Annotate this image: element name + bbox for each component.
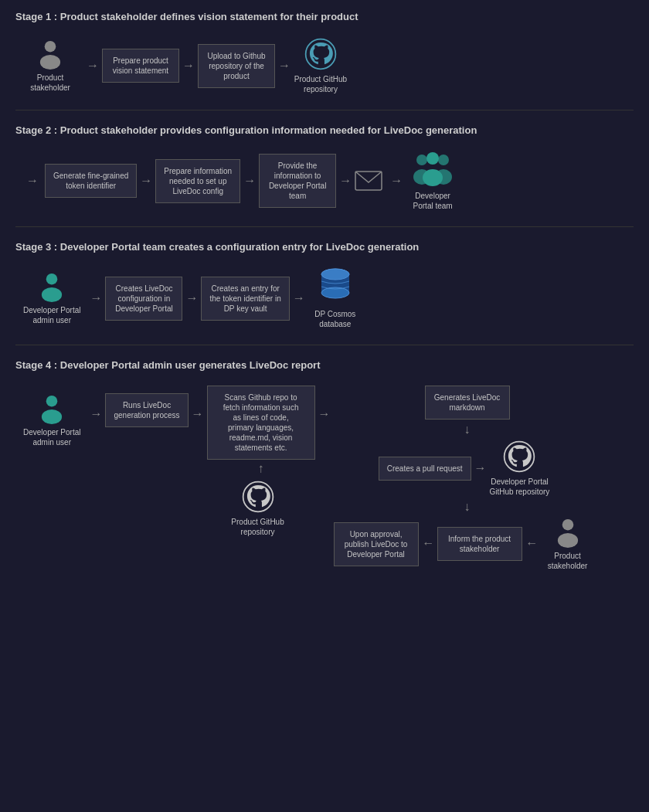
stage2-section: Stage 2 : Product stakeholder provides c… <box>15 121 634 211</box>
github-icon-stage1 <box>304 37 338 71</box>
arrow-start2: → <box>26 174 39 188</box>
box-prepare-info: Prepare informationneeded to set upLiveD… <box>155 159 240 203</box>
person-teal-icon-s3 <box>36 271 67 302</box>
product-stakeholder-label: Productstakeholder <box>30 73 70 93</box>
arrow2: → <box>182 59 195 73</box>
stage4-top-flow: Developer Portaladmin user → Runs LiveDo… <box>23 386 634 571</box>
box-creates-entry: Creates an entry forthe token identifier… <box>201 277 289 321</box>
svg-point-20 <box>562 519 573 531</box>
stage3-flow: Developer Portaladmin user → Creates Liv… <box>23 267 634 329</box>
person-teal-icon-s4 <box>36 393 67 424</box>
dev-portal-admin-actor-s4: Developer Portaladmin user <box>23 393 80 447</box>
product-stakeholder-actor: Productstakeholder <box>23 39 77 93</box>
stage3-section: Stage 3 : Developer Portal team creates … <box>15 238 634 329</box>
arrow-down2: ↓ <box>464 500 471 514</box>
stage3-title: Stage 3 : Developer Portal team creates … <box>15 238 634 256</box>
svg-point-10 <box>46 273 58 285</box>
dp-github-icon <box>502 440 536 474</box>
divider3 <box>15 345 634 345</box>
group-icon <box>411 151 454 188</box>
dp-cosmos-label: DP Cosmosdatabase <box>314 309 355 329</box>
arrow16: → <box>525 537 538 551</box>
arrow11: → <box>90 407 102 421</box>
pull-request-row: Creates a pull request → Developer Porta… <box>379 440 556 497</box>
svg-point-21 <box>557 533 577 548</box>
product-stakeholder-end-label: Productstakeholder <box>548 551 588 571</box>
dev-portal-admin-label-s4: Developer Portaladmin user <box>23 427 80 447</box>
arrow15: → <box>422 537 434 551</box>
arrow1: → <box>87 59 99 73</box>
dev-portal-admin-actor-s3: Developer Portaladmin user <box>23 271 80 325</box>
product-github-repo: Product GitHubrepository <box>294 37 348 94</box>
svg-point-0 <box>45 41 56 53</box>
arrow9: → <box>185 291 198 305</box>
approval-row: Upon approval,publish LiveDoc toDevelope… <box>334 517 601 571</box>
product-github-label: Product GitHubrepository <box>294 74 347 94</box>
product-github-repo-s4: Product GitHubrepository <box>231 480 285 537</box>
arrow10: → <box>293 291 305 305</box>
product-stakeholder-end: Productstakeholder <box>541 517 595 571</box>
stage1-section: Stage 1 : Product stakeholder defines vi… <box>15 8 634 94</box>
arrow-down1: ↓ <box>464 423 471 437</box>
database-icon <box>318 267 352 306</box>
svg-point-15 <box>321 269 349 280</box>
box-creates-livedoc-config: Creates LiveDocconfiguration inDeveloper… <box>105 277 182 321</box>
box-runs-livedoc: Runs LiveDocgeneration process <box>105 393 188 427</box>
divider1 <box>15 110 634 110</box>
dev-portal-team-label: DeveloperPortal team <box>413 191 453 211</box>
svg-point-6 <box>438 155 449 165</box>
arrow8: → <box>90 291 102 305</box>
product-github-label-s4: Product GitHubrepository <box>231 517 284 537</box>
box-fine-grained: Generate fine-grainedtoken identifier <box>45 164 137 198</box>
stage2-flow: → Generate fine-grainedtoken identifier … <box>23 151 634 211</box>
arrow-up-from-github: ↓ <box>258 463 264 477</box>
arrow5: → <box>243 174 256 188</box>
stage4-title: Stage 4 : Developer Portal admin user ge… <box>15 356 634 374</box>
arrow6: → <box>339 174 352 188</box>
stage4-middle-col: Scans Github repo tofetch information su… <box>207 386 315 537</box>
box-inform-stakeholder: Inform the productstakeholder <box>437 527 522 561</box>
svg-point-17 <box>42 409 62 424</box>
box-upload-github: Upload to Githubrepository of theproduct <box>198 44 275 88</box>
stage4-section: Stage 4 : Developer Portal admin user ge… <box>15 356 634 571</box>
arrow12: → <box>192 407 204 421</box>
dev-portal-team-actor: DeveloperPortal team <box>406 151 460 211</box>
svg-point-11 <box>42 287 62 302</box>
arrow4: → <box>140 174 152 188</box>
box-provide-info: Provide theinformation toDeveloper Porta… <box>259 154 336 208</box>
stage1-title: Stage 1 : Product stakeholder defines vi… <box>15 8 634 25</box>
arrow3: → <box>278 59 291 73</box>
box-generates-markdown: Generates LiveDocmarkdown <box>425 386 510 420</box>
svg-point-16 <box>46 396 58 407</box>
box-upon-approval: Upon approval,publish LiveDoc toDevelope… <box>334 522 419 566</box>
dev-portal-admin-label-s3: Developer Portaladmin user <box>23 305 80 325</box>
svg-point-9 <box>423 169 443 186</box>
svg-point-4 <box>416 155 427 165</box>
dp-cosmos-db: DP Cosmosdatabase <box>308 267 362 329</box>
github-icon-stage4 <box>241 480 275 514</box>
svg-point-8 <box>426 152 439 165</box>
svg-point-1 <box>40 55 60 70</box>
person-gray-icon-end <box>552 517 583 548</box>
arrow13: → <box>318 407 331 421</box>
stage1-flow: Productstakeholder → Prepare productvisi… <box>23 37 634 94</box>
email-icon <box>355 171 382 191</box>
stage4-right-col: Generates LiveDocmarkdown ↓ Creates a pu… <box>334 386 601 571</box>
stage2-title: Stage 2 : Product stakeholder provides c… <box>15 121 634 139</box>
arrow14: → <box>474 461 487 475</box>
person-gray-icon <box>35 39 66 70</box>
email-icon-container <box>355 171 382 191</box>
divider2 <box>15 226 634 227</box>
dp-github-label: Developer PortalGitHub repository <box>490 477 550 497</box>
dp-github-repo: Developer PortalGitHub repository <box>490 440 550 497</box>
box-creates-pull-request: Creates a pull request <box>379 457 471 481</box>
box-scans-github: Scans Github repo tofetch information su… <box>207 386 315 460</box>
arrow7: → <box>390 174 403 188</box>
box-prepare-vision: Prepare productvision statement <box>102 49 179 83</box>
